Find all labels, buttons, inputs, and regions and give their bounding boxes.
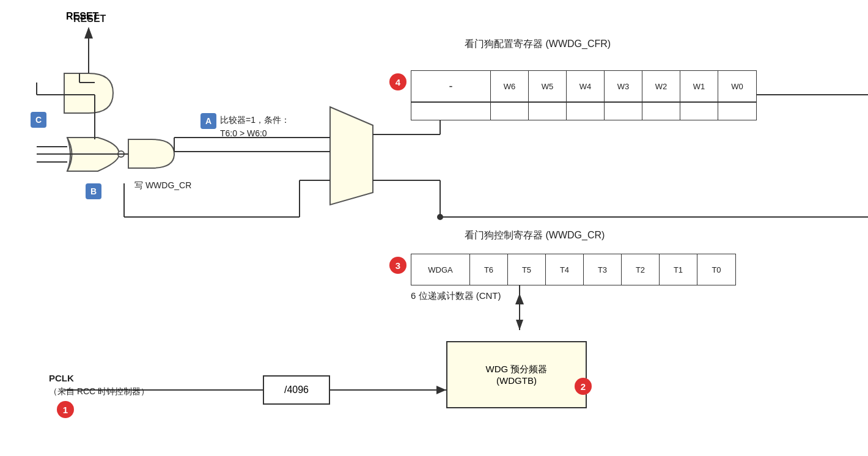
cfr-register: - W6 W5 W4 W3 W2 W1 W0 xyxy=(411,70,757,102)
circle-4: 4 xyxy=(389,73,406,90)
diagram-container: RESET C A 比较器=1，条件： T6:0 > W6:0 B 写 WWDG… xyxy=(0,0,868,456)
cfr-cell-w1: W1 xyxy=(680,71,718,101)
svg-point-2 xyxy=(118,151,124,157)
circle-2: 2 xyxy=(575,378,592,395)
cfr-cell-w2: W2 xyxy=(642,71,680,101)
reset-text: RESET xyxy=(66,11,98,22)
pclk-sub-label: （来自 RCC 时钟控制器） xyxy=(49,386,149,397)
pclk-label: PCLK xyxy=(49,373,74,383)
cfr-title: 看门狗配置寄存器 (WWDG_CFR) xyxy=(465,38,611,51)
svg-marker-34 xyxy=(436,386,446,394)
prescaler-label1: WDG 预分频器 xyxy=(486,364,548,375)
svg-point-15 xyxy=(437,214,443,220)
cfr-cell-dash: - xyxy=(411,71,491,101)
write-cr-label: 写 WWDG_CR xyxy=(134,180,191,191)
cr-cell-t2: T2 xyxy=(622,254,660,285)
divider-box: /4096 xyxy=(263,375,330,405)
cr-cell-t4: T4 xyxy=(546,254,584,285)
prescaler-label2: (WDGTB) xyxy=(496,375,537,386)
cr-cell-t0: T0 xyxy=(697,254,735,285)
cr-cell-t1: T1 xyxy=(660,254,697,285)
cfr-cell-w0: W0 xyxy=(718,71,756,101)
svg-marker-31 xyxy=(84,27,93,39)
comparator-text2: T6:0 > W6:0 xyxy=(220,128,267,138)
cr-cell-t3: T3 xyxy=(584,254,622,285)
circle-1: 1 xyxy=(57,401,74,418)
badge-b: B xyxy=(86,183,101,199)
cfr-register-row2 xyxy=(411,102,757,120)
svg-marker-17 xyxy=(516,320,523,330)
svg-marker-3 xyxy=(330,107,373,205)
cfr-cell-w5: W5 xyxy=(529,71,567,101)
cr-cell-t6: T6 xyxy=(470,254,508,285)
svg-marker-1 xyxy=(85,28,92,38)
cr-cell-t5: T5 xyxy=(508,254,546,285)
cfr-cell-w4: W4 xyxy=(567,71,605,101)
circle-3: 3 xyxy=(389,257,406,274)
cr-cell-wdga: WDGA xyxy=(411,254,470,285)
prescaler-box: WDG 预分频器 (WDGTB) xyxy=(446,341,587,408)
badge-c: C xyxy=(31,112,46,128)
badge-a: A xyxy=(200,113,216,129)
svg-marker-36 xyxy=(515,293,524,304)
cfr-cell-w6: W6 xyxy=(491,71,529,101)
comparator-text1: 比较器=1，条件： xyxy=(220,115,290,126)
cr-register: WDGA T6 T5 T4 T3 T2 T1 T0 xyxy=(411,254,736,285)
cfr-cell-w3: W3 xyxy=(605,71,642,101)
cnt-label: 6 位递减计数器 (CNT) xyxy=(411,290,501,302)
cr-title: 看门狗控制寄存器 (WWDG_CR) xyxy=(465,229,605,242)
